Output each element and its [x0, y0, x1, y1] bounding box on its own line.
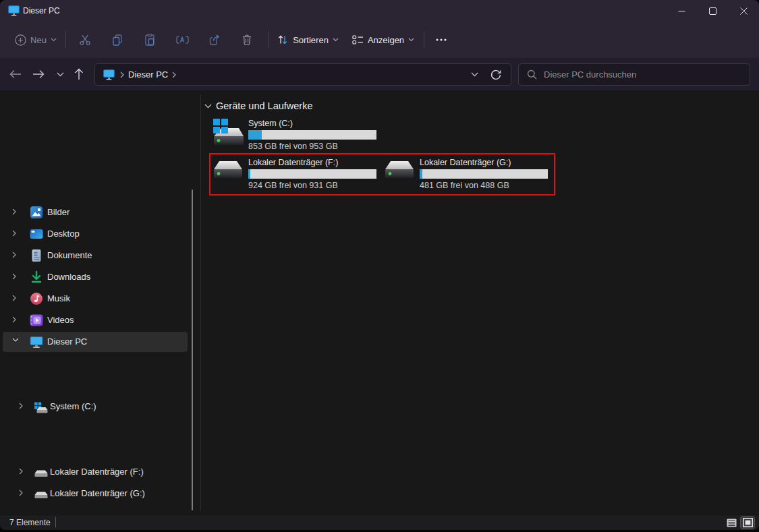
sidebar-item-lokaler-g[interactable]: Lokaler Datenträger (G:) — [0, 483, 192, 504]
details-view-button[interactable] — [725, 516, 738, 529]
rename-button[interactable] — [170, 29, 194, 51]
sidebar-item-downloads[interactable]: Downloads — [0, 267, 192, 287]
breadcrumb-chevron-icon — [172, 71, 176, 78]
sidebar-item-label: Bilder — [47, 207, 69, 217]
toolbar-divider — [65, 31, 66, 49]
paste-button[interactable] — [138, 29, 162, 51]
drive-name: System (C:) — [248, 119, 293, 128]
sidebar-item-bilder[interactable]: Bilder — [0, 202, 192, 223]
icons-view-icon — [743, 518, 753, 527]
chevron-right-icon[interactable] — [12, 252, 16, 258]
breadcrumb-location[interactable]: Dieser PC — [128, 69, 168, 80]
rename-icon — [175, 33, 190, 47]
close-icon — [740, 7, 748, 15]
drive-free-space: 853 GB frei von 953 GB — [248, 142, 338, 151]
arrow-right-icon — [32, 69, 45, 79]
share-button[interactable] — [202, 29, 227, 51]
sidebar-item-label: Lokaler Datenträger (F:) — [50, 467, 144, 477]
system-drive-icon — [212, 117, 244, 147]
search-input[interactable] — [542, 69, 750, 80]
chevron-right-icon[interactable] — [12, 273, 16, 280]
drive-tile-system-c[interactable]: System (C:) 853 GB frei von 953 GB — [210, 116, 381, 152]
breadcrumb-chevron-icon — [120, 71, 124, 78]
chevron-right-icon[interactable] — [19, 468, 23, 475]
sidebar-item-system-c[interactable]: System (C:) — [0, 396, 192, 417]
status-divider — [55, 517, 56, 527]
refresh-icon[interactable] — [490, 69, 501, 80]
body-area: Bilder Desktop — [0, 90, 759, 514]
drive-usage-bar — [420, 169, 548, 179]
this-pc-icon — [8, 5, 20, 16]
new-button[interactable]: Neu — [9, 29, 62, 51]
toolbar-divider — [424, 31, 424, 49]
sort-button[interactable]: Sortieren — [275, 29, 340, 51]
window-title: Dieser PC — [23, 6, 60, 16]
drive-usage-fill — [420, 169, 422, 179]
command-bar: Neu — [0, 22, 759, 58]
item-count: 7 Elemente — [9, 518, 51, 527]
explorer-window: Dieser PC Neu — [0, 0, 759, 532]
pictures-icon — [30, 206, 43, 219]
drive-free-space: 924 GB frei von 931 GB — [248, 181, 338, 190]
videos-icon — [30, 314, 43, 327]
more-options-button[interactable] — [430, 29, 452, 51]
forward-button[interactable] — [28, 64, 49, 84]
chevron-right-icon[interactable] — [12, 230, 16, 237]
sidebar-item-dokumente[interactable]: Dokumente — [0, 245, 192, 266]
drive-icon — [383, 160, 416, 179]
view-button[interactable]: Anzeigen — [349, 29, 417, 51]
drive-tile-lokaler-f[interactable]: Lokaler Datenträger (F:) 924 GB frei von… — [210, 155, 381, 191]
trash-icon — [240, 33, 254, 47]
sidebar-item-label: System (C:) — [50, 401, 96, 411]
sort-icon — [277, 34, 289, 46]
sidebar-item-musik[interactable]: Musik — [0, 289, 192, 309]
toolbar-divider — [269, 31, 269, 49]
section-title: Geräte und Laufwerke — [216, 100, 312, 111]
this-pc-icon — [103, 69, 115, 80]
paste-icon — [143, 33, 157, 47]
delete-button[interactable] — [235, 29, 259, 51]
new-button-label: Neu — [30, 35, 47, 45]
music-icon — [30, 292, 43, 305]
back-button[interactable] — [5, 64, 26, 84]
chevron-right-icon[interactable] — [19, 490, 23, 496]
chevron-right-icon[interactable] — [12, 208, 16, 215]
sidebar-item-lokaler-f[interactable]: Lokaler Datenträger (F:) — [0, 462, 192, 482]
arrow-up-icon — [74, 68, 84, 80]
copy-icon — [111, 33, 124, 47]
up-button[interactable] — [69, 64, 89, 84]
drive-usage-fill — [248, 130, 262, 140]
section-header-devices-drives[interactable]: Geräte und Laufwerke — [204, 100, 312, 111]
sidebar-item-label: Lokaler Datenträger (G:) — [50, 488, 145, 498]
search-box[interactable] — [518, 63, 750, 86]
close-button[interactable] — [728, 0, 759, 22]
title-bar[interactable]: Dieser PC — [0, 0, 759, 22]
sidebar-item-desktop[interactable]: Desktop — [0, 224, 192, 244]
chevron-down-icon[interactable] — [204, 104, 212, 109]
icons-view-button[interactable] — [741, 516, 754, 529]
sidebar-item-label: Dieser PC — [47, 336, 87, 347]
chevron-right-icon[interactable] — [12, 316, 16, 323]
chevron-down-icon — [51, 38, 57, 42]
sidebar-item-dieser-pc[interactable]: Dieser PC — [3, 332, 188, 352]
drive-icon — [34, 467, 48, 480]
view-button-label: Anzeigen — [368, 35, 404, 45]
status-bar: 7 Elemente — [0, 514, 759, 530]
drive-tile-lokaler-g[interactable]: Lokaler Datenträger (G:) 481 GB frei von… — [382, 155, 552, 191]
view-options-icon — [352, 34, 364, 45]
chevron-down-icon[interactable] — [12, 338, 19, 342]
details-view-icon — [727, 519, 737, 527]
sidebar-scrollbar[interactable] — [192, 189, 193, 510]
address-dropdown-icon[interactable] — [471, 72, 478, 77]
recent-locations-button[interactable] — [50, 64, 70, 84]
chevron-right-icon[interactable] — [12, 295, 16, 301]
chevron-right-icon[interactable] — [19, 403, 23, 409]
address-bar[interactable]: Dieser PC — [94, 63, 511, 86]
copy-button[interactable] — [105, 29, 130, 51]
sidebar-item-videos[interactable]: Videos — [0, 310, 192, 330]
desktop-icon — [30, 227, 43, 241]
cut-button[interactable] — [73, 29, 97, 51]
maximize-icon — [709, 7, 716, 15]
minimize-button[interactable] — [666, 0, 697, 22]
maximize-button[interactable] — [697, 0, 728, 22]
